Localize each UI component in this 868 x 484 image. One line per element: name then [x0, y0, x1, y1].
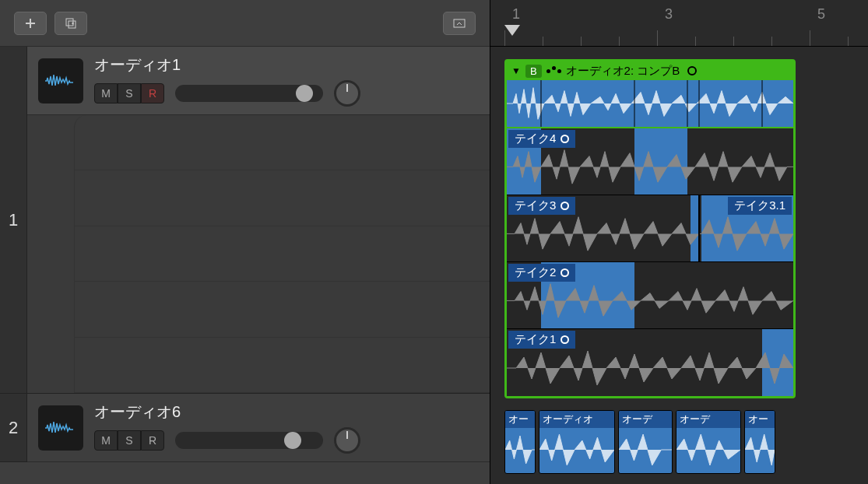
record-enable-button[interactable]: R [141, 430, 164, 451]
comp-take-folder[interactable]: ▼ B オーディオ2: コンプB [504, 59, 796, 398]
audio-region[interactable]: オーデ [618, 410, 673, 474]
mute-button[interactable]: M [94, 83, 118, 103]
audio-region[interactable]: オー [504, 410, 536, 474]
quick-swipe-icon[interactable] [546, 69, 561, 73]
comp-badge: B [525, 65, 542, 78]
loop-icon [561, 135, 569, 143]
track-name[interactable]: オーディオ6 [94, 402, 479, 423]
loop-icon [561, 335, 569, 344]
pan-knob[interactable] [334, 427, 360, 454]
playhead-icon[interactable] [504, 25, 520, 36]
track-list-panel: 1 オーディオ1 M S R [0, 0, 490, 484]
add-track-button[interactable] [14, 12, 47, 35]
loop-icon [561, 202, 569, 210]
record-enable-button[interactable]: R [141, 83, 164, 103]
svg-rect-1 [69, 21, 76, 28]
track-2-regions: オー オーディオ オーデ オーデ オー [504, 410, 775, 474]
audio-track-icon [38, 58, 83, 103]
duplicate-track-button[interactable] [54, 12, 87, 35]
take-label[interactable]: テイク1 [508, 331, 575, 349]
track-name[interactable]: オーディオ1 [94, 54, 479, 75]
timeline-ruler[interactable]: 1 3 5 [490, 0, 868, 47]
take-lane[interactable]: テイク1 [507, 329, 793, 396]
pan-knob[interactable] [334, 80, 360, 107]
solo-button[interactable]: S [118, 83, 141, 103]
comp-region[interactable] [507, 80, 793, 128]
take-label[interactable]: テイク3.1 [728, 197, 792, 215]
ruler-mark: 3 [665, 6, 673, 23]
ruler-mark: 5 [817, 6, 825, 23]
volume-slider[interactable] [175, 432, 323, 449]
take-lane[interactable]: テイク4 [507, 128, 793, 195]
audio-region[interactable]: オーディオ [539, 410, 615, 474]
svg-rect-2 [454, 19, 465, 27]
comp-header[interactable]: ▼ B オーディオ2: コンプB [507, 61, 793, 80]
track-number: 1 [0, 47, 27, 394]
audio-region[interactable]: オー [744, 410, 775, 474]
take-lane[interactable]: テイク3 テイク3.1 [507, 195, 793, 262]
arrange-area[interactable]: 1 3 5 ▼ B オーディオ2: コンプB [490, 0, 868, 484]
toolbar [0, 0, 490, 47]
take-label[interactable]: テイク3 [508, 197, 575, 215]
audio-region[interactable]: オーデ [676, 410, 741, 474]
loop-icon [687, 66, 697, 75]
mute-button[interactable]: M [94, 430, 118, 451]
take-label[interactable]: テイク4 [508, 130, 575, 148]
take-folder-lanes [27, 115, 490, 394]
disclosure-triangle-icon[interactable]: ▼ [511, 65, 521, 76]
track-row[interactable]: 1 オーディオ1 M S R [0, 47, 490, 394]
ruler-mark: 1 [512, 6, 520, 23]
volume-slider[interactable] [175, 85, 323, 102]
solo-button[interactable]: S [118, 430, 141, 451]
take-label[interactable]: テイク2 [508, 264, 575, 282]
loop-icon [561, 268, 569, 277]
track-number: 2 [0, 394, 27, 462]
collapse-button[interactable] [443, 12, 476, 35]
comp-title: オーディオ2: コンプB [566, 64, 680, 79]
audio-track-icon [38, 405, 83, 451]
take-lane[interactable]: テイク2 [507, 262, 793, 329]
svg-rect-0 [66, 19, 73, 26]
track-row[interactable]: 2 オーディオ6 M S R [0, 394, 490, 462]
